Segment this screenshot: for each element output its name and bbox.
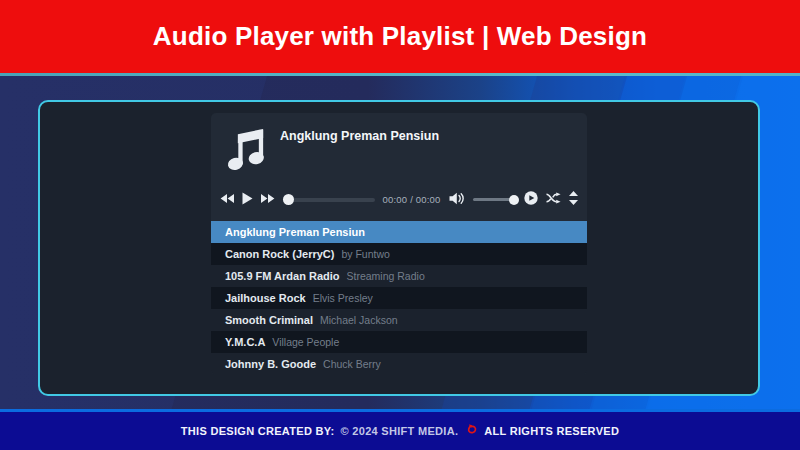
player-controls: 00:00 / 00:00 — [211, 178, 587, 221]
track-title: Jailhouse Rock — [225, 292, 306, 304]
play-circle-button[interactable] — [524, 191, 538, 208]
play-icon — [242, 192, 253, 208]
track-title: Angklung Preman Pensiun — [225, 226, 365, 238]
player-panel: Angklung Preman Pensiun — [38, 100, 760, 396]
track-artist: Chuck Berry — [323, 358, 381, 370]
red-swirl-logo-icon — [464, 424, 478, 438]
track-artist: Michael Jackson — [320, 314, 398, 326]
playlist: Angklung Preman Pensiun Canon Rock (Jerr… — [211, 221, 587, 375]
mute-button[interactable] — [449, 192, 465, 208]
shuffle-icon — [546, 192, 561, 207]
track-artist: Elvis Presley — [313, 292, 373, 304]
play-button[interactable] — [242, 192, 253, 208]
track-title: Johnny B. Goode — [225, 358, 316, 370]
up-down-arrows-icon — [569, 191, 578, 208]
volume-icon — [449, 192, 465, 208]
track-title: Smooth Criminal — [225, 314, 313, 326]
volume-slider[interactable] — [473, 194, 516, 205]
track-artist: Streaming Radio — [347, 270, 425, 282]
progress-slider[interactable] — [283, 194, 375, 205]
track-title: 105.9 FM Ardan Radio — [225, 270, 340, 282]
page-title: Audio Player with Playlist | Web Design — [153, 21, 647, 52]
playlist-row[interactable]: Johnny B. Goode Chuck Berry — [211, 353, 587, 375]
time-display: 00:00 / 00:00 — [383, 194, 441, 205]
track-title: Y.M.C.A — [225, 336, 265, 348]
playlist-row[interactable]: Angklung Preman Pensiun — [211, 221, 587, 243]
playlist-row[interactable]: Canon Rock (JerryC) by Funtwo — [211, 243, 587, 265]
player-card-header: Angklung Preman Pensiun — [211, 113, 587, 178]
playlist-row[interactable]: 105.9 FM Ardan Radio Streaming Radio — [211, 265, 587, 287]
main-background: Angklung Preman Pensiun — [0, 76, 800, 409]
footer-rights: ALL RIGHTS RESERVED — [484, 425, 619, 437]
previous-button[interactable] — [220, 192, 234, 207]
footer-created-by: THIS DESIGN CREATED BY: — [181, 425, 335, 437]
shuffle-button[interactable] — [546, 192, 561, 207]
page-footer: THIS DESIGN CREATED BY: © 2024 SHIFT MED… — [0, 409, 800, 450]
page-header: Audio Player with Playlist | Web Design — [0, 0, 800, 73]
playlist-scroll-button[interactable] — [569, 191, 578, 208]
previous-icon — [220, 192, 234, 207]
playlist-row[interactable]: Y.M.C.A Village People — [211, 331, 587, 353]
progress-track — [283, 198, 375, 202]
now-playing-title: Angklung Preman Pensiun — [280, 129, 439, 172]
next-icon — [261, 192, 275, 207]
volume-thumb[interactable] — [509, 195, 519, 205]
music-note-icon — [224, 126, 266, 172]
playlist-row[interactable]: Jailhouse Rock Elvis Presley — [211, 287, 587, 309]
play-circle-icon — [524, 191, 538, 208]
footer-copyright: © 2024 SHIFT MEDIA. — [341, 425, 459, 437]
track-title: Canon Rock (JerryC) — [225, 248, 334, 260]
progress-thumb[interactable] — [283, 194, 294, 205]
track-artist: by Funtwo — [341, 248, 389, 260]
track-artist: Village People — [272, 336, 339, 348]
playlist-row[interactable]: Smooth Criminal Michael Jackson — [211, 309, 587, 331]
next-button[interactable] — [261, 192, 275, 207]
audio-player-card: Angklung Preman Pensiun — [211, 113, 587, 375]
